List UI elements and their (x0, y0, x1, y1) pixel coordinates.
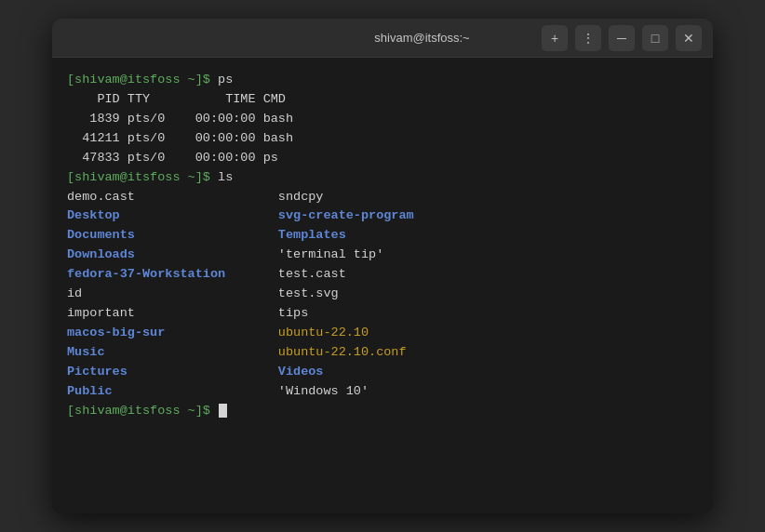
ls-entry: Documents (67, 228, 278, 242)
terminal-line: 1839 pts/0 00:00:00 bash (67, 110, 698, 129)
prompt: [shivam@itsfoss ~]$ (67, 73, 218, 86)
ls-entry: ubuntu-22.10 (278, 326, 369, 339)
terminal-line: Desktop svg-create-program (67, 206, 698, 226)
ls-entry: tips (278, 306, 308, 320)
terminal-line: macos-big-sur ubuntu-22.10 (67, 324, 698, 343)
ls-entry: ubuntu-22.10.conf (278, 345, 407, 359)
maximize-button[interactable]: □ (642, 25, 668, 51)
terminal-line: demo.cast sndcpy (67, 188, 698, 207)
terminal-line: 41211 pts/0 00:00:00 bash (67, 129, 698, 149)
terminal-line: important tips (67, 304, 698, 324)
column-header: PID TTY TIME CMD (67, 92, 286, 106)
ls-entry: test.cast (278, 267, 346, 281)
terminal-line: Downloads 'terminal tip' (67, 246, 698, 265)
terminal-body[interactable]: [shivam@itsfoss ~]$ ps PID TTY TIME CMD … (52, 58, 713, 513)
titlebar: shivam@itsfoss:~ + ⋮ ─ □ ✕ (52, 19, 713, 58)
ls-entry: test.svg (278, 286, 339, 300)
ls-entry: svg-create-program (278, 208, 414, 222)
command: ps (218, 73, 233, 86)
prompt: [shivam@itsfoss ~]$ (67, 170, 218, 184)
ls-entry: demo.cast (67, 190, 278, 204)
ls-entry: id (67, 286, 278, 300)
ls-entry: macos-big-sur (67, 326, 278, 339)
ls-entry: Music (67, 345, 278, 359)
menu-button[interactable]: ⋮ (575, 25, 601, 51)
ls-entry: Templates (278, 228, 346, 242)
process-line: 47833 pts/0 00:00:00 ps (67, 151, 278, 165)
titlebar-controls: + ⋮ ─ □ ✕ (542, 25, 702, 51)
ls-entry: Videos (278, 365, 324, 379)
ls-entry: Desktop (67, 208, 278, 222)
command: ls (218, 170, 233, 184)
terminal-line: Pictures Videos (67, 363, 698, 382)
terminal-line: Documents Templates (67, 226, 698, 246)
process-line: 1839 pts/0 00:00:00 bash (67, 112, 293, 126)
terminal-line: fedora-37-Workstation test.cast (67, 265, 698, 285)
ls-entry: 'terminal tip' (278, 247, 383, 261)
terminal-window: shivam@itsfoss:~ + ⋮ ─ □ ✕ [shivam@itsfo… (52, 19, 713, 513)
terminal-line: [shivam@itsfoss ~]$ (67, 402, 698, 421)
minimize-button[interactable]: ─ (609, 25, 635, 51)
process-line: 41211 pts/0 00:00:00 bash (67, 131, 293, 145)
terminal-line: Music ubuntu-22.10.conf (67, 343, 698, 363)
ls-entry: Public (67, 384, 278, 398)
terminal-line: Public 'Windows 10' (67, 382, 698, 402)
terminal-line: [shivam@itsfoss ~]$ ls (67, 168, 698, 188)
cursor (219, 404, 227, 418)
add-tab-button[interactable]: + (542, 25, 568, 51)
terminal-line: PID TTY TIME CMD (67, 90, 698, 110)
prompt: [shivam@itsfoss ~]$ (67, 404, 218, 418)
ls-entry: Pictures (67, 365, 278, 379)
ls-entry: sndcpy (278, 190, 324, 204)
ls-entry: important (67, 306, 278, 320)
terminal-line: id test.svg (67, 285, 698, 304)
terminal-line: 47833 pts/0 00:00:00 ps (67, 149, 698, 168)
close-button[interactable]: ✕ (676, 25, 702, 51)
window-title: shivam@itsfoss:~ (302, 31, 542, 45)
ls-entry: fedora-37-Workstation (67, 267, 278, 281)
ls-entry: 'Windows 10' (278, 384, 369, 398)
ls-entry: Downloads (67, 247, 278, 261)
terminal-line: [shivam@itsfoss ~]$ ps (67, 71, 698, 90)
